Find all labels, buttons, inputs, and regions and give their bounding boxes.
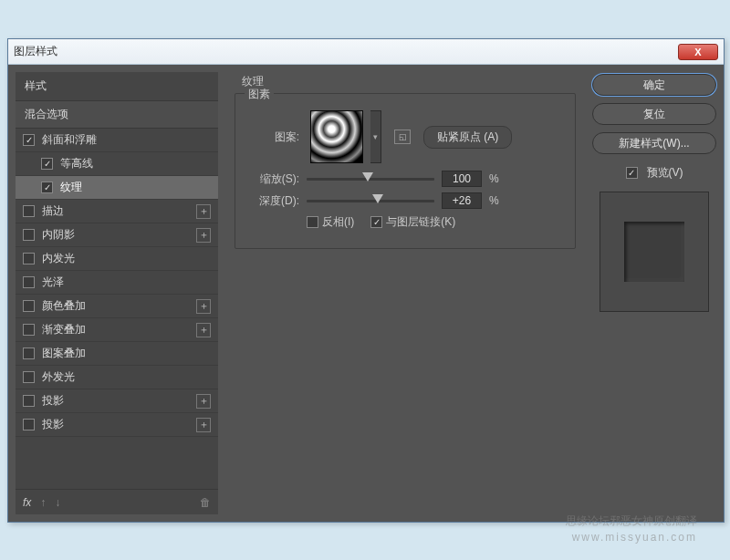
style-checkbox[interactable] [23,347,35,359]
fx-label[interactable]: fx [23,496,31,509]
pattern-label: 图案: [248,130,299,145]
style-item-10[interactable]: 外发光 [16,366,218,389]
styles-header: 样式 [16,72,218,100]
new-style-button[interactable]: 新建样式(W)... [592,132,716,154]
style-label: 颜色叠加 [42,298,196,314]
depth-slider[interactable] [307,194,434,207]
style-checkbox[interactable] [23,419,35,430]
style-label: 等高线 [60,156,211,171]
preview-label: 预览(V) [647,165,683,181]
reset-button[interactable]: 复位 [592,103,716,125]
add-effect-icon[interactable]: ＋ [196,323,211,337]
style-label: 光泽 [42,275,211,290]
style-item-11[interactable]: 投影＋ [16,389,218,413]
style-checkbox[interactable] [41,158,53,170]
style-checkbox[interactable] [23,371,35,383]
style-label: 投影 [42,417,196,432]
sidebar-footer: fx ↑ ↓ 🗑 [16,489,218,514]
add-effect-icon[interactable]: ＋ [196,299,211,314]
section-title: 纹理 [242,74,579,89]
style-label: 内阴影 [42,227,196,243]
invert-label: 反相(I) [322,214,354,230]
elements-group: 图素 图案: ▾ ◱ 贴紧原点 (A) 缩放(S): 100 % [235,93,576,249]
add-effect-icon[interactable]: ＋ [196,204,211,219]
style-label: 图案叠加 [42,346,211,361]
depth-input[interactable]: +26 [442,192,482,209]
style-label: 投影 [42,393,196,409]
style-item-7[interactable]: 颜色叠加＋ [16,295,218,318]
style-item-4[interactable]: 内阴影＋ [16,223,218,247]
style-item-6[interactable]: 光泽 [16,271,218,295]
trash-icon[interactable]: 🗑 [200,496,211,509]
depth-unit: % [489,194,499,207]
style-checkbox[interactable] [41,181,53,193]
style-checkbox[interactable] [23,276,35,288]
pattern-swatch[interactable] [310,110,363,163]
style-label: 纹理 [60,180,211,195]
style-item-1[interactable]: 等高线 [16,152,218,176]
blending-options[interactable]: 混合选项 [16,100,218,129]
link-check-icon [370,216,382,228]
style-item-9[interactable]: 图案叠加 [16,342,218,366]
style-label: 渐变叠加 [42,322,196,337]
ok-button[interactable]: 确定 [592,74,716,96]
texture-panel: 纹理 图素 图案: ▾ ◱ 贴紧原点 (A) 缩放(S): 100 [227,72,583,514]
style-item-8[interactable]: 渐变叠加＋ [16,318,218,342]
preview-box [600,192,709,312]
style-checkbox[interactable] [23,253,35,264]
style-item-3[interactable]: 描边＋ [16,200,218,223]
style-item-12[interactable]: 投影＋ [16,413,218,437]
pattern-dropdown-icon[interactable]: ▾ [370,110,381,163]
style-checkbox[interactable] [23,134,35,146]
style-checkbox[interactable] [23,300,35,312]
invert-check-icon [307,216,318,228]
preview-check-icon[interactable] [626,167,638,179]
style-checkbox[interactable] [23,205,35,217]
depth-label: 深度(D): [248,193,299,209]
link-label: 与图层链接(K) [386,214,455,230]
scale-unit: % [489,172,499,185]
style-label: 内发光 [42,251,211,266]
link-with-layer-checkbox[interactable]: 与图层链接(K) [370,214,455,230]
style-label: 描边 [42,203,196,219]
window-title: 图层样式 [14,44,678,59]
watermark-url: www.missyuan.com [566,529,697,545]
scale-label: 缩放(S): [248,171,299,187]
add-effect-icon[interactable]: ＋ [196,394,211,409]
preview-swatch [624,222,684,282]
group-label: 图素 [245,87,274,102]
scale-input[interactable]: 100 [442,171,482,187]
add-effect-icon[interactable]: ＋ [196,228,211,243]
style-label: 外发光 [42,369,211,385]
style-label: 斜面和浮雕 [42,132,211,148]
style-item-2[interactable]: 纹理 [16,176,218,200]
layer-style-dialog: 图层样式 X 样式 混合选项 斜面和浮雕等高线纹理描边＋内阴影＋内发光光泽颜色叠… [7,38,725,523]
add-effect-icon[interactable]: ＋ [196,418,211,432]
styles-sidebar: 样式 混合选项 斜面和浮雕等高线纹理描边＋内阴影＋内发光光泽颜色叠加＋渐变叠加＋… [16,72,218,514]
arrow-down-icon[interactable]: ↓ [55,496,60,509]
style-item-5[interactable]: 内发光 [16,247,218,271]
style-checkbox[interactable] [23,395,35,407]
arrow-up-icon[interactable]: ↑ [40,496,46,509]
new-preset-icon[interactable]: ◱ [394,130,411,144]
invert-checkbox[interactable]: 反相(I) [307,214,354,230]
snap-origin-button[interactable]: 贴紧原点 (A) [423,126,512,149]
style-checkbox[interactable] [23,229,35,241]
action-column: 确定 复位 新建样式(W)... 预览(V) [592,72,716,514]
scale-slider[interactable] [307,172,434,185]
style-item-0[interactable]: 斜面和浮雕 [16,129,218,152]
style-checkbox[interactable] [23,324,35,336]
titlebar: 图层样式 X [8,39,724,65]
close-button[interactable]: X [678,44,718,60]
